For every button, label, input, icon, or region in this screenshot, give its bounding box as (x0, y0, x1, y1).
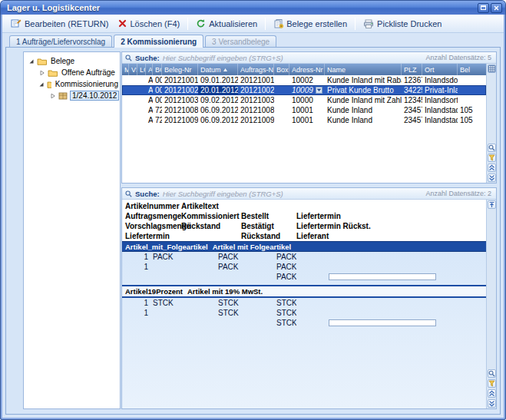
tree-item-kommission-date[interactable]: 1/24.10.2012 (24, 90, 120, 101)
page-down-icon[interactable] (488, 399, 496, 408)
page-down-icon[interactable] (488, 174, 496, 182)
table-row-selected[interactable]: A 00 20121002 20.01.2012 20121002 10009 … (122, 85, 486, 95)
refresh-button[interactable]: Aktualisieren (191, 16, 262, 31)
column-header-vs[interactable]: VS (129, 64, 137, 75)
lieferant-input[interactable] (329, 273, 436, 280)
cell-bg: 72 (153, 115, 162, 125)
dropdown-arrow-icon[interactable] (316, 87, 322, 94)
table-row[interactable]: A 72 20121008 06.09.2012 20121008 10001 … (122, 105, 486, 115)
cell-ort: Inlandsdorf (422, 75, 458, 85)
column-header-a[interactable]: A (146, 64, 153, 75)
article-group-row[interactable]: Artikel19Prozent Artikel mit 19% MwSt. (122, 285, 486, 298)
cell-name: Kunde Inland mit Rabatt (325, 75, 402, 85)
column-header-bg[interactable]: BG (153, 64, 162, 75)
column-header-adressnr[interactable]: Adress-Nr (289, 64, 325, 75)
tree-item-kommissionierung[interactable]: Kommissionierung (24, 78, 120, 90)
cell-bel: 105 (458, 115, 486, 125)
column-header-ort[interactable]: Ort (422, 64, 458, 75)
table-row[interactable]: A 00 20121001 09.01.2012 20121001 10002 … (122, 75, 486, 85)
position-row[interactable]: 1PACK PACK PACK (122, 252, 486, 262)
cell-plz: 12367 (402, 75, 422, 85)
tree-item-label: Kommissionierung (54, 80, 120, 88)
cell-plz: 34225 (402, 85, 422, 95)
cell-box (274, 95, 289, 105)
page-up-icon[interactable] (488, 164, 496, 172)
edit-button[interactable]: Bearbeiten (RETURN) (6, 16, 113, 31)
tab-versandbelege[interactable]: 3 Versandbelege (205, 35, 276, 47)
collapse-arrow-icon[interactable] (28, 58, 35, 64)
cell-bg: 00 (153, 75, 162, 85)
toolbar: Bearbeiten (RETURN) Löschen (F4) Aktuali… (2, 15, 504, 33)
cell-name: Kunde Inland (325, 105, 402, 115)
refresh-button-label: Aktualisieren (209, 19, 257, 28)
cell-adressnr-combo[interactable]: 10009 (289, 85, 325, 95)
search-icon[interactable] (488, 369, 496, 378)
cell-box (274, 85, 289, 95)
column-header-auftragsnr[interactable]: Auftrags-Nr. (238, 64, 274, 75)
filter-icon[interactable] (488, 379, 496, 388)
tree-item-offene-auftraege[interactable]: Offene Aufträge (24, 67, 120, 78)
cell-bel (458, 75, 486, 85)
restore-button[interactable] (478, 3, 489, 13)
header-label-artikelnummer: Artikelnummer (125, 202, 181, 210)
column-header-belegnr[interactable]: Beleg-Nr (162, 64, 198, 75)
search-icon (125, 55, 132, 61)
tab-bar: 1 Aufträge/Liefervorschlag 2 Kommissioni… (2, 33, 504, 47)
tab-auftraege-liefervorschlag[interactable]: 1 Aufträge/Liefervorschlag (9, 35, 112, 47)
column-header-name[interactable]: Name (325, 64, 402, 75)
positions-search-input[interactable]: Hier Suchbegriff eingeben (STRG+S) (163, 190, 423, 198)
position-row[interactable]: STCK (122, 318, 486, 328)
window-title: Lager u. Logistikcenter (7, 3, 100, 12)
table-row[interactable]: A 72 20121009 06.09.2012 20121009 10001 … (122, 115, 486, 125)
refresh-icon (196, 18, 206, 28)
print-picklist-button[interactable]: Pickliste Drucken (359, 16, 446, 31)
collapse-arrow-icon[interactable] (38, 81, 45, 88)
article-number: Artikel19Prozent (125, 287, 183, 296)
orders-search-input[interactable]: Hier Suchbegriff eingeben (STRG+S) (163, 54, 423, 62)
tree-item-belege[interactable]: Belege (24, 55, 120, 67)
position-row[interactable]: 1 PACK PACK (122, 262, 486, 272)
filter-icon[interactable] (488, 154, 496, 162)
cell-vs (129, 95, 137, 105)
table-row[interactable]: A 00 20121003 09.02.2012 20121003 10000 … (122, 95, 486, 105)
cell-bel: 105 (458, 105, 486, 115)
page-up-icon[interactable] (488, 389, 496, 398)
create-documents-button-label: Belege erstellen (286, 19, 347, 28)
header-label-rueckstand2: Rückstand (241, 232, 296, 240)
column-chooser-icon[interactable] (488, 64, 496, 73)
unit: STCK (276, 309, 296, 317)
positions-panel: Suche: Hier Suchbegriff eingeben (STRG+S… (121, 187, 497, 409)
cell-datum-editing[interactable]: 20.01.2012 (198, 85, 238, 95)
positions-side-toolbar (486, 200, 496, 408)
scroll-to-top-icon[interactable] (488, 200, 496, 209)
search-icon[interactable] (488, 144, 496, 152)
unit: PACK (153, 253, 174, 261)
cell-adressnr: 10002 (289, 75, 325, 85)
column-header-m[interactable]: M (122, 64, 129, 75)
cell-a: A (146, 95, 153, 105)
position-row[interactable]: PACK (122, 272, 486, 282)
column-header-datum[interactable]: Datum (198, 64, 238, 75)
title-bar[interactable]: Lager u. Logistikcenter (1, 1, 505, 15)
orders-side-toolbar (486, 64, 496, 183)
create-documents-button[interactable]: Belege erstellen (269, 16, 352, 31)
expand-arrow-icon[interactable] (49, 93, 56, 99)
column-header-lo[interactable]: LO (137, 64, 146, 75)
delete-button[interactable]: Löschen (F4) (114, 16, 184, 31)
close-button[interactable] (491, 3, 502, 13)
unit: STCK (218, 299, 239, 307)
tree-item-label: Offene Aufträge (60, 68, 117, 77)
lieferant-input[interactable] (329, 319, 436, 326)
column-header-box[interactable]: Box (274, 64, 289, 75)
header-label-vorschlagsmenge: Vorschlagsmenge (125, 222, 181, 230)
position-row[interactable]: 1 STCK STCK (122, 308, 486, 318)
header-label-liefertermin-rueckst: Liefertermin Rückst. (296, 222, 486, 230)
cell-bel (458, 95, 486, 105)
column-header-bel[interactable]: Bel (458, 64, 486, 75)
column-header-plz[interactable]: PLZ (402, 64, 422, 75)
article-group-row[interactable]: Artikel_mit_Folgeartikel Artikel mit Fol… (122, 241, 486, 252)
position-row[interactable]: 1STCK STCK STCK (122, 298, 486, 308)
tab-kommissionierung[interactable]: 2 Kommissionierung (114, 35, 203, 48)
expand-arrow-icon[interactable] (38, 70, 45, 76)
cell-vs (129, 85, 137, 95)
